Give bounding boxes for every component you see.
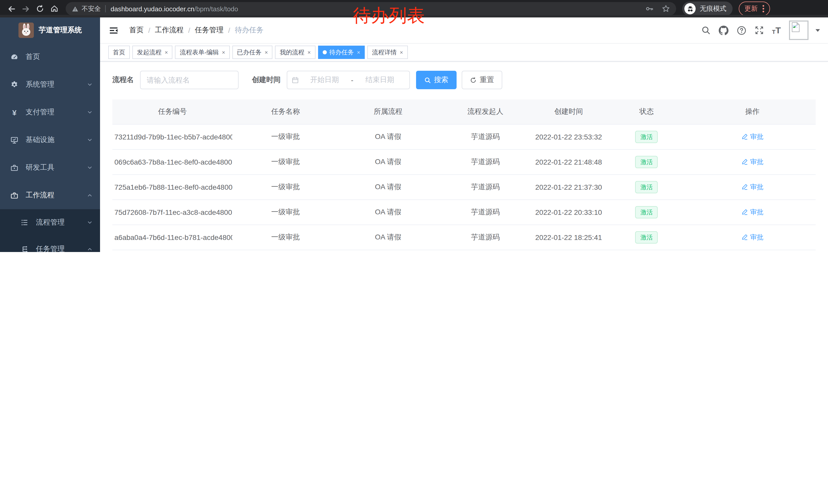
- back-icon: [7, 4, 16, 13]
- tree-list-icon: [20, 218, 29, 227]
- table-row: 8f0d1619-7ac8-11ec-a9e2-a2380e71991a 1.2…: [112, 250, 816, 252]
- kebab-menu-icon[interactable]: [762, 5, 764, 13]
- caret-down-icon[interactable]: [815, 27, 821, 33]
- refresh-icon: [470, 77, 477, 83]
- task-id-cell: 8f0d1619-7ac8-11ec-a9e2-a2380e71991a: [112, 250, 233, 252]
- task-name-cell: 一级审批: [233, 200, 339, 225]
- table-header-cell: 流程发起人: [438, 99, 533, 124]
- sidebar-item-process-mgmt[interactable]: 流程管理: [0, 209, 100, 236]
- chevron-up-icon: [87, 246, 93, 252]
- search-icon: [424, 77, 431, 83]
- tab-close-icon[interactable]: ×: [222, 49, 225, 55]
- yen-icon: ¥: [10, 108, 18, 116]
- breadcrumb-item[interactable]: 工作流程: [155, 26, 184, 35]
- monitor-icon: [10, 136, 18, 144]
- font-size-icon[interactable]: TT: [772, 26, 781, 35]
- browser-reload-button[interactable]: [34, 3, 46, 15]
- action-cell: 审批: [689, 250, 816, 252]
- tab-close-icon[interactable]: ×: [165, 49, 168, 55]
- created-time-cell: 2022-01-22 21:37:30: [533, 175, 604, 200]
- hamburger-icon: [109, 26, 118, 35]
- browser-update-button[interactable]: 更新: [739, 2, 770, 16]
- fullscreen-button[interactable]: [755, 26, 764, 35]
- sidebar-item-payment[interactable]: ¥ 支付管理: [0, 98, 100, 126]
- warning-icon: [72, 5, 79, 12]
- user-avatar[interactable]: [789, 20, 809, 40]
- approve-link[interactable]: 审批: [741, 233, 763, 242]
- created-time-cell: 2022-01-21 22:43:55: [533, 250, 604, 252]
- process-name-input[interactable]: [140, 71, 239, 89]
- sidebar-item-system[interactable]: 系统管理: [0, 71, 100, 98]
- tab-label: 已办任务: [237, 48, 262, 57]
- status-cell: 激活: [604, 225, 689, 250]
- approve-link[interactable]: 审批: [741, 183, 763, 192]
- incognito-label: 无痕模式: [700, 4, 727, 13]
- tab[interactable]: 我的流程×: [275, 46, 316, 59]
- sidebar-item-label: 研发工具: [26, 163, 87, 172]
- task-id-cell: 73211d9d-7b9b-11ec-b5b7-acde48001122: [112, 124, 233, 149]
- github-link[interactable]: [719, 26, 729, 35]
- tab[interactable]: 流程详情×: [367, 46, 408, 59]
- status-cell: 激活: [604, 200, 689, 225]
- tab-close-icon[interactable]: ×: [400, 49, 403, 55]
- chevron-down-icon: [87, 165, 93, 171]
- toolbox-icon: [10, 164, 18, 172]
- tab[interactable]: 已办任务×: [233, 46, 273, 59]
- todo-task-page: 流程名 创建时间 开始日期 - 结束日期 搜索 重: [100, 61, 828, 252]
- approve-link[interactable]: 审批: [741, 132, 763, 141]
- status-cell: 激活: [604, 250, 689, 252]
- tab-close-icon[interactable]: ×: [265, 49, 268, 55]
- header-search-button[interactable]: [701, 26, 710, 35]
- tab-label: 流程详情: [372, 48, 397, 57]
- address-divider: [105, 5, 106, 12]
- sidebar-item-home[interactable]: 首页: [0, 43, 100, 71]
- browser-home-button[interactable]: [48, 3, 60, 15]
- tab[interactable]: 流程表单-编辑×: [175, 46, 230, 59]
- logo-avatar: [18, 22, 34, 38]
- start-date-placeholder: 开始日期: [299, 75, 350, 85]
- process-cell: OA 请假: [339, 124, 438, 149]
- tab[interactable]: 发起流程×: [132, 46, 173, 59]
- task-name-cell: 1.2: [233, 250, 339, 252]
- url-path: /bpm/task/todo: [195, 5, 238, 12]
- date-range-input[interactable]: 开始日期 - 结束日期: [287, 71, 410, 89]
- help-button[interactable]: [737, 26, 746, 35]
- approve-link[interactable]: 审批: [741, 157, 763, 167]
- tab-close-icon[interactable]: ×: [357, 49, 360, 55]
- status-badge: 激活: [635, 181, 658, 193]
- created-time-cell: 2022-01-22 20:33:10: [533, 200, 604, 225]
- breadcrumb-item[interactable]: 首页: [129, 26, 143, 35]
- breadcrumb-item[interactable]: 任务管理: [195, 26, 224, 35]
- approve-link[interactable]: 审批: [741, 208, 763, 217]
- app-logo[interactable]: 芋道管理系统: [0, 17, 100, 43]
- create-time-label: 创建时间: [252, 75, 281, 85]
- tab-close-icon[interactable]: ×: [307, 49, 311, 55]
- search-button[interactable]: 搜索: [416, 71, 457, 89]
- pen-icon: [741, 134, 748, 140]
- task-id-cell: 069c6a63-7b8a-11ec-8ef0-acde48001122: [112, 149, 233, 175]
- workflow-submenu: 流程管理 任务管理 我的流程: [0, 209, 100, 252]
- starter-cell: 芋道源码: [438, 225, 533, 250]
- tab-label: 我的流程: [280, 48, 304, 57]
- browser-back-button[interactable]: [5, 3, 17, 15]
- browser-forward-button[interactable]: [19, 3, 32, 15]
- table-header-cell: 所属流程: [339, 99, 438, 124]
- sidebar-item-devtools[interactable]: 研发工具: [0, 154, 100, 182]
- browser-chrome: 不安全 dashboard.yudao.iocoder.cn/bpm/task/…: [0, 0, 828, 17]
- reset-button[interactable]: 重置: [462, 71, 502, 89]
- star-icon[interactable]: [662, 5, 670, 13]
- breadcrumb-separator: /: [148, 26, 150, 34]
- tab[interactable]: 待办任务×: [318, 46, 365, 59]
- sidebar-collapse-button[interactable]: [109, 26, 118, 35]
- sidebar-item-workflow[interactable]: 工作流程: [0, 182, 100, 209]
- tab[interactable]: 首页: [108, 46, 130, 59]
- forward-icon: [21, 4, 30, 13]
- sidebar-item-task-mgmt[interactable]: 任务管理: [0, 236, 100, 252]
- key-icon[interactable]: [646, 5, 654, 13]
- address-bar[interactable]: 不安全 dashboard.yudao.iocoder.cn/bpm/task/…: [66, 2, 676, 15]
- app-title: 芋道管理系统: [39, 26, 82, 35]
- created-time-cell: 2022-01-22 23:53:32: [533, 124, 604, 149]
- task-table: 任务编号任务名称所属流程流程发起人创建时间状态操作 73211d9d-7b9b-…: [112, 99, 816, 252]
- status-badge: 激活: [635, 156, 658, 168]
- sidebar-item-infra[interactable]: 基础设施: [0, 126, 100, 154]
